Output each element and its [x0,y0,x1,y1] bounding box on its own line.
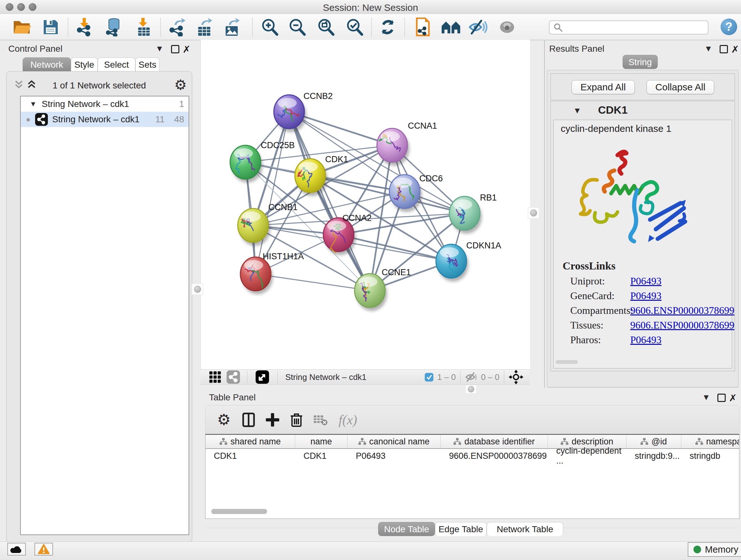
close-panel-icon[interactable]: ✗ [729,392,737,403]
delete-column-trash-icon[interactable] [290,412,303,428]
birds-eye-view-icon[interactable] [209,371,221,383]
show-graphics-details-button[interactable] [468,17,488,37]
refresh-view-button[interactable] [378,17,398,37]
zoom-fit-button[interactable] [316,17,336,37]
maximize-panel-icon[interactable] [718,394,726,402]
warning-status-button[interactable] [35,543,53,556]
table-cell[interactable]: stringdb [681,449,739,463]
export-image-icon [223,18,241,37]
detach-view-icon[interactable] [256,370,269,384]
table-row[interactable]: CDK1CDK1P064939606.ENSP00000378699cyclin… [205,449,739,463]
zoom-out-button[interactable] [287,17,307,37]
selected-checkbox-icon[interactable] [425,373,433,381]
import-network-button[interactable] [74,17,94,37]
tab-string[interactable]: String [623,55,658,69]
float-panel-icon[interactable]: ▼ [155,44,164,53]
vertical-splitter-handle[interactable] [528,207,539,219]
table-cell[interactable]: cyclin-dependent ... [548,449,626,463]
search-input[interactable] [563,22,698,33]
column-header-shared-name[interactable]: shared name [205,435,295,448]
tab-network[interactable]: Network [23,57,71,71]
crosslink-uniprot-link[interactable]: P06493 [630,275,662,287]
edge-count: 48 [174,114,184,125]
export-network-button[interactable] [167,17,187,37]
tab-node-table[interactable]: Node Table [378,522,435,536]
zoom-in-button[interactable] [260,17,280,37]
hide-graphics-button[interactable] [497,17,517,37]
collection-expand-arrow-icon[interactable]: ▼ [30,101,37,108]
toolbar-divider [504,371,504,383]
close-panel-icon[interactable]: ✗ [731,44,739,55]
string-home-button[interactable] [441,17,461,37]
network-edge-CCNB2-CCNE1[interactable] [289,112,370,291]
tab-sets[interactable]: Sets [135,57,159,71]
function-builder-icon[interactable]: f(x) [339,412,357,428]
network-node-CCNA2[interactable] [323,218,356,255]
delete-table-icon[interactable] [313,414,328,426]
fit-selected-crosshair-icon[interactable] [509,370,523,384]
open-session-button[interactable] [12,17,32,37]
network-node-HIST1H1A[interactable] [240,257,273,294]
help-button[interactable]: ? [721,18,737,35]
save-session-button[interactable] [41,17,61,37]
vertical-splitter-handle[interactable] [192,284,203,295]
column-header-label: description [571,437,613,447]
maximize-panel-icon[interactable] [720,45,728,53]
network-node-CDC25B[interactable] [230,145,263,183]
crosslink-tissues-link[interactable]: 9606.ENSP00000378699 [630,319,734,331]
float-panel-icon[interactable]: ▼ [704,44,713,53]
table-horizontal-scrollbar[interactable] [211,509,267,514]
share-session-file-button[interactable] [412,17,432,37]
section-collapse-arrow-icon[interactable]: ▼ [573,106,582,115]
results-scrollbar[interactable] [556,360,578,364]
crosslink-compartments-link[interactable]: 9606.ENSP00000378699 [630,305,734,316]
table-cell[interactable]: CDK1 [295,449,347,463]
tab-style[interactable]: Style [71,57,98,71]
node-label-CCNB2: CCNB2 [304,91,333,101]
float-panel-icon[interactable]: ▼ [702,393,711,401]
network-node-RB1[interactable] [449,196,482,234]
export-image-button[interactable] [222,17,242,37]
cloud-status-button[interactable] [7,543,26,556]
network-overview-icon[interactable] [226,370,240,384]
table-cell[interactable]: P06493 [347,449,441,463]
column-header-namespace[interactable]: namespace [681,435,739,448]
table-cell[interactable]: stringdb:9... [626,449,681,463]
tab-select[interactable]: Select [98,57,135,71]
table-options-gear-icon[interactable]: ⚙ [217,412,231,428]
show-columns-icon[interactable] [242,413,255,427]
network-node-CDKN1A[interactable] [436,244,468,282]
column-header-database-identifier[interactable]: database identifier [441,435,548,448]
node-table: shared namenamecanonical namedatabase id… [205,434,739,519]
network-row-selected[interactable]: ● String Network – cdk1 11 48 [21,112,189,127]
search-field[interactable] [549,20,709,35]
table-cell[interactable]: CDK1 [205,449,295,463]
maximize-panel-icon[interactable] [171,45,179,53]
column-header-canonical-name[interactable]: canonical name [347,435,441,448]
import-table-button[interactable] [134,17,154,37]
memory-button[interactable]: Memory [688,542,741,557]
create-column-plus-icon[interactable] [266,413,279,427]
crosslink-genecard-link[interactable]: P06493 [630,290,662,302]
column-header--id[interactable]: @id [626,435,681,448]
network-collection-row[interactable]: ▼ String Network – cdk1 1 [21,97,189,112]
network-node-CDK1[interactable] [295,159,327,196]
expand-all-button[interactable]: Expand All [571,80,635,94]
crosslink-pharos-link[interactable]: P06493 [630,334,662,346]
network-node-CCNA1[interactable] [377,128,409,166]
network-options-gear-icon[interactable]: ⚙ [174,78,187,92]
network-node-CCNE1[interactable] [354,273,387,311]
import-network-from-database-button[interactable] [104,17,124,37]
column-header-name[interactable]: name [295,435,347,448]
export-table-button[interactable] [195,17,214,37]
hidden-eye-icon[interactable] [465,372,478,382]
network-canvas[interactable]: CCNB2CCNA1CDC25BCDK1CDC6RB1CCNB1CCNA2CDK… [200,40,530,369]
zoom-selected-button[interactable] [345,17,364,37]
close-panel-icon[interactable]: ✗ [183,44,191,55]
tab-network-table[interactable]: Network Table [487,522,563,536]
tab-edge-table[interactable]: Edge Table [435,522,487,536]
collapse-all-button[interactable]: Collapse All [647,80,714,94]
table-cell[interactable]: 9606.ENSP00000378699 [441,449,548,463]
network-node-CCNB2[interactable] [274,95,307,132]
network-node-CDC6[interactable] [389,175,422,212]
